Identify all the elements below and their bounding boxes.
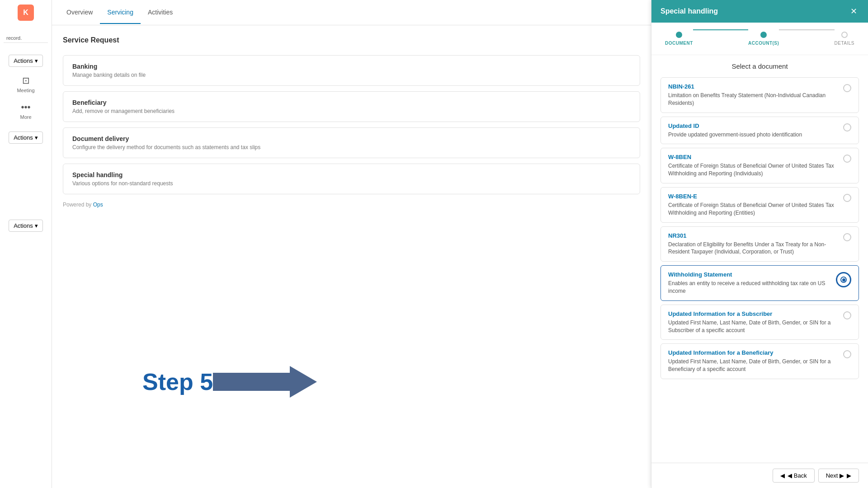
doc-radio-nr301[interactable]: [843, 233, 851, 241]
step-arrow: [213, 366, 317, 398]
doc-info-subscriber: Updated Information for a Subscriber Upd…: [668, 310, 843, 334]
doc-radio-w8ben[interactable]: [843, 155, 851, 163]
doc-item-w8bene[interactable]: W-8BEN-E Certificate of Foreign Status o…: [660, 187, 859, 223]
tab-servicing[interactable]: Servicing: [100, 1, 141, 24]
sidebar-logo: K: [18, 5, 34, 21]
top-bar: Overview Servicing Activities: [52, 0, 651, 25]
service-area: Service Request Banking Manage banking d…: [52, 25, 651, 488]
meeting-icon: ⊡: [22, 75, 30, 86]
next-chevron: ▶: [847, 472, 851, 479]
doc-desc-nbin261: Limitation on Benefits Treaty Statement …: [668, 92, 838, 107]
doc-info-nr301: NR301 Declaration of Eligibility for Ben…: [668, 232, 843, 256]
actions-button-bottom[interactable]: Actions ▾: [9, 220, 43, 232]
panel-content: Select a document NBIN-261 Limitation on…: [651, 55, 868, 463]
doc-info-nbin261: NBIN-261 Limitation on Benefits Treaty S…: [668, 83, 843, 107]
doc-desc-w8ben: Certificate of Foreign Status of Benefic…: [668, 162, 838, 178]
doc-radio-beneficiary[interactable]: [843, 350, 851, 358]
main-content: Overview Servicing Activities Service Re…: [52, 0, 651, 488]
panel-header: Special handling ✕: [651, 0, 868, 23]
doc-info-w8bene: W-8BEN-E Certificate of Foreign Status o…: [668, 193, 843, 217]
banking-title: Banking: [72, 63, 631, 70]
doc-desc-withholding: Enables an entity to receive a reduced w…: [668, 280, 830, 295]
doc-radio-updated-id[interactable]: [843, 123, 851, 131]
step-dot-document: [676, 32, 682, 38]
next-button[interactable]: Next ▶ ▶: [818, 469, 859, 483]
sidebar-item-more[interactable]: ••• More: [0, 98, 52, 124]
doc-title-updated-id: Updated ID: [668, 122, 838, 129]
back-button[interactable]: ◀ ◀ Back: [773, 469, 815, 483]
actions-button-top[interactable]: Actions ▾: [9, 55, 43, 67]
doc-radio-withholding[interactable]: [836, 272, 851, 287]
step-dot-accounts: [760, 32, 767, 38]
step-label-document: DOCUMENT: [665, 41, 693, 46]
service-request-title: Service Request: [63, 36, 640, 44]
document-delivery-desc: Configure the delivery method for docume…: [72, 144, 631, 150]
panel-footer: ◀ ◀ Back Next ▶ ▶: [651, 463, 868, 488]
svg-marker-0: [213, 366, 317, 398]
doc-title-w8bene: W-8BEN-E: [668, 193, 838, 200]
more-icon: •••: [21, 102, 30, 113]
doc-info-withholding: Withholding Statement Enables an entity …: [668, 271, 836, 295]
step-overlay: Step 5: [142, 366, 317, 398]
ops-link[interactable]: Ops: [93, 202, 103, 208]
beneficiary-desc: Add, remove or management beneficiaries: [72, 108, 631, 114]
doc-desc-beneficiary: Updated First Name, Last Name, Date of B…: [668, 358, 838, 373]
special-handling-panel: Special handling ✕ DOCUMENT ACCOUNT(S) D…: [651, 0, 868, 488]
doc-item-beneficiary-info[interactable]: Updated Information for a Beneficiary Up…: [660, 343, 859, 379]
tab-activities[interactable]: Activities: [141, 1, 180, 24]
sidebar: K record. Actions ▾ ⊡ Meeting ••• More A…: [0, 0, 52, 488]
doc-item-nr301[interactable]: NR301 Declaration of Eligibility for Ben…: [660, 226, 859, 262]
service-item-banking[interactable]: Banking Manage banking details on file: [63, 55, 640, 86]
panel-section-title: Select a document: [660, 62, 859, 70]
powered-by: Powered by Ops: [63, 202, 640, 208]
doc-title-beneficiary: Updated Information for a Beneficiary: [668, 349, 838, 356]
doc-radio-w8bene[interactable]: [843, 194, 851, 202]
doc-title-nr301: NR301: [668, 232, 838, 239]
doc-desc-updated-id: Provide updated government-issued photo …: [668, 131, 838, 139]
doc-radio-subscriber[interactable]: [843, 311, 851, 319]
doc-title-subscriber: Updated Information for a Subscriber: [668, 310, 838, 317]
service-item-beneficiary[interactable]: Beneficiary Add, remove or management be…: [63, 91, 640, 122]
doc-title-nbin261: NBIN-261: [668, 83, 838, 90]
special-handling-desc: Various options for non-standard request…: [72, 180, 631, 187]
document-delivery-title: Document delivery: [72, 135, 631, 142]
steps-indicator: DOCUMENT ACCOUNT(S) DETAILS: [651, 23, 868, 55]
doc-info-updated-id: Updated ID Provide updated government-is…: [668, 122, 843, 139]
step-dot-details: [841, 32, 848, 38]
doc-desc-subscriber: Updated First Name, Last Name, Date of B…: [668, 319, 838, 334]
record-bar: record.: [4, 33, 48, 43]
doc-item-nbin261[interactable]: NBIN-261 Limitation on Benefits Treaty S…: [660, 77, 859, 113]
doc-radio-nbin261[interactable]: [843, 84, 851, 92]
step-label-accounts: ACCOUNT(S): [748, 41, 779, 46]
beneficiary-title: Beneficiary: [72, 99, 631, 106]
doc-item-updated-id[interactable]: Updated ID Provide updated government-is…: [660, 117, 859, 145]
doc-title-w8ben: W-8BEN: [668, 154, 838, 160]
doc-item-w8ben[interactable]: W-8BEN Certificate of Foreign Status of …: [660, 148, 859, 183]
banking-desc: Manage banking details on file: [72, 72, 631, 78]
back-chevron: ◀: [780, 472, 785, 479]
step-text: Step 5: [142, 368, 213, 395]
step-line-1: [693, 29, 748, 30]
actions-button-middle[interactable]: Actions ▾: [9, 131, 43, 144]
doc-desc-nr301: Declaration of Eligibility for Benefits …: [668, 241, 838, 256]
step-label-details: DETAILS: [835, 41, 854, 46]
panel-title: Special handling: [660, 7, 718, 15]
doc-info-w8ben: W-8BEN Certificate of Foreign Status of …: [668, 154, 843, 178]
panel-close-button[interactable]: ✕: [849, 6, 859, 16]
logo-letter: K: [23, 9, 28, 17]
special-handling-title: Special handling: [72, 171, 631, 178]
sidebar-top-actions: record.: [0, 30, 52, 47]
doc-title-withholding: Withholding Statement: [668, 271, 830, 278]
step-accounts: ACCOUNT(S): [748, 32, 779, 46]
step-line-2: [779, 29, 834, 30]
step-document: DOCUMENT: [665, 32, 693, 46]
tab-overview[interactable]: Overview: [59, 1, 100, 24]
doc-desc-w8bene: Certificate of Foreign Status of Benefic…: [668, 202, 838, 217]
service-item-document-delivery[interactable]: Document delivery Configure the delivery…: [63, 127, 640, 158]
sidebar-item-meeting[interactable]: ⊡ Meeting: [0, 70, 52, 98]
step-details: DETAILS: [835, 32, 854, 46]
doc-item-subscriber-info[interactable]: Updated Information for a Subscriber Upd…: [660, 305, 859, 340]
service-item-special-handling[interactable]: Special handling Various options for non…: [63, 164, 640, 194]
doc-info-beneficiary: Updated Information for a Beneficiary Up…: [668, 349, 843, 373]
doc-item-withholding[interactable]: Withholding Statement Enables an entity …: [660, 265, 859, 301]
